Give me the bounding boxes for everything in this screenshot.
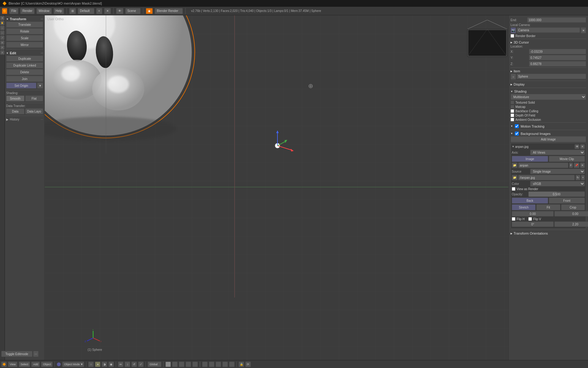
view-type-btn[interactable]: 👁 [116,8,123,14]
file-pin-btn[interactable]: 📌 [574,163,579,168]
item-sphere-icon[interactable]: ○ [511,74,516,80]
fit-btn[interactable]: Fit [536,204,560,210]
opacity-slider[interactable]: 0.500 [528,191,585,197]
duplicate-btn[interactable]: Duplicate [6,56,43,62]
data-btn[interactable]: Data [6,108,24,114]
color-dropdown[interactable]: sRGB [530,181,585,186]
back-btn[interactable]: Back [512,197,548,204]
render-menu[interactable]: Render [20,8,35,14]
camera-icon-btn[interactable]: 📷 [511,27,516,33]
object-icon-bottom[interactable] [57,362,61,366]
rotation-input[interactable] [512,221,554,227]
blender-menu-btn[interactable]: 🔶 [2,8,7,14]
transform-header[interactable]: ▼ Transform ··· [6,17,43,21]
item-name-input[interactable] [517,74,586,79]
sync-btn[interactable]: ⟳ [245,362,251,367]
layer-btn-2[interactable] [172,362,178,367]
window-menu[interactable]: Window [36,8,52,14]
flip-h-check[interactable] [512,217,515,221]
select-menu-bottom[interactable]: Select [19,362,30,367]
item-header[interactable]: ▶ Item [511,69,586,74]
duplicate-linked-btn[interactable]: Duplicate Linked [6,62,43,68]
add-menu-bottom[interactable]: Add [31,362,40,367]
tool-icon-3[interactable]: ↕ [0,26,5,30]
layer-btn-5[interactable] [192,362,198,367]
motion-tracking-check[interactable] [515,124,519,128]
layer-btn-8[interactable] [216,362,221,367]
file-f-btn[interactable]: F [569,163,573,168]
smooth-btn[interactable]: Smooth [6,95,24,102]
data-layo-btn[interactable]: Data Layo [25,108,43,114]
flat-btn[interactable]: Flat [25,95,43,102]
filepath-browse-btn[interactable]: 📁 [512,175,518,180]
camera-x-btn[interactable]: ✕ [581,27,586,33]
tool-icon-6[interactable]: R [0,40,5,45]
tool-icon-8[interactable]: A [0,50,5,55]
add-image-btn[interactable]: Add Image [511,136,586,142]
layer-btn-4[interactable] [186,362,191,367]
rotate-btn[interactable]: Rotate [6,28,43,34]
layer-btn-10[interactable] [229,362,235,367]
filepath-input[interactable] [518,175,575,180]
history-header[interactable]: ▶ History ··· [6,117,43,122]
filepath-reload-btn[interactable]: ↻ [575,175,580,180]
viewport-shade-wire[interactable]: ○ [88,362,94,367]
z-input[interactable] [529,61,586,67]
set-origin-dropdown[interactable]: ▼ [37,82,43,89]
crop-btn[interactable]: Crop [561,204,585,210]
tool-icon-2[interactable]: ✋ [0,21,5,25]
layer-btn-9[interactable] [222,362,228,367]
translate-btn[interactable]: Translate [6,21,43,28]
layer-btn-3[interactable] [179,362,184,367]
viewport-shade-solid[interactable]: ● [95,362,100,367]
image-tab[interactable]: Image [512,156,548,162]
axis-dropdown[interactable]: All Views [530,150,585,155]
file-input[interactable] [518,163,568,168]
layer-btn-6[interactable] [202,362,208,367]
file-x-btn[interactable]: ✕ [580,163,585,168]
view-as-render-check[interactable] [512,187,515,191]
engine-dropdown[interactable]: Blender Render [155,8,183,14]
movie-clip-tab[interactable]: Movie Clip [549,156,585,162]
render-border-check[interactable] [511,34,514,38]
scene-dropdown[interactable]: Scene [125,8,141,14]
blender-icon-bottom[interactable]: 🔶 [1,362,7,367]
stretch-btn[interactable]: Stretch [512,204,536,210]
lock-btn[interactable]: 🔒 [239,362,244,367]
join-btn[interactable]: Join [6,76,43,82]
manipulator-btn[interactable]: ⇔ [118,362,123,367]
mirror-btn[interactable]: Mirror [6,42,43,48]
cursor-header[interactable]: ▶ 3D Cursor [511,40,586,45]
y-offset-input[interactable] [554,211,588,217]
file-folder-icon[interactable]: 📁 [512,163,518,168]
bg-images-header[interactable]: ▼ Background Images [511,131,586,136]
rotate-gizmo-btn[interactable]: ↺ [131,362,137,367]
end-input[interactable] [527,17,586,23]
display-header[interactable]: ▶ Display [511,82,586,87]
ambient-occlusion-check[interactable] [511,118,514,121]
tool-icon-7[interactable]: P [0,45,5,50]
tool-icon-4[interactable]: ↔ [0,31,5,35]
view-menu-bottom[interactable]: View [8,362,17,367]
viewport[interactable]: User Ortho [45,15,508,360]
toggle-editmode-btn[interactable]: Toggle Editmode [5,351,32,357]
translate-gizmo-btn[interactable]: ↕ [125,362,130,367]
motion-tracking-header[interactable]: ▼ Motion Tracking [511,124,586,129]
viewport-shade-tex[interactable]: ◑ [102,362,107,367]
bg-images-check[interactable] [515,132,519,136]
shading-header[interactable]: ▼ Shading [511,89,586,94]
camera-input[interactable] [517,27,580,33]
y-input[interactable] [529,55,586,60]
x-input[interactable] [529,49,586,54]
set-origin-btn[interactable]: Set Origin [6,82,36,89]
engine-icon[interactable]: ◉ [146,8,153,14]
mode-dropdown[interactable]: Object Mode ▼ [62,362,84,367]
viewport-shade-render[interactable]: ◉ [108,362,114,367]
anpan-eye-btn[interactable]: 👁 [575,144,579,149]
depth-of-field-check[interactable] [511,113,514,117]
edit-header[interactable]: ▼ Edit ··· [6,51,43,56]
global-dropdown[interactable]: Global [148,362,161,367]
flip-v-check[interactable] [528,217,532,221]
x-offset-input[interactable] [512,211,554,217]
tool-icon-5[interactable]: ⤢ [0,36,5,40]
